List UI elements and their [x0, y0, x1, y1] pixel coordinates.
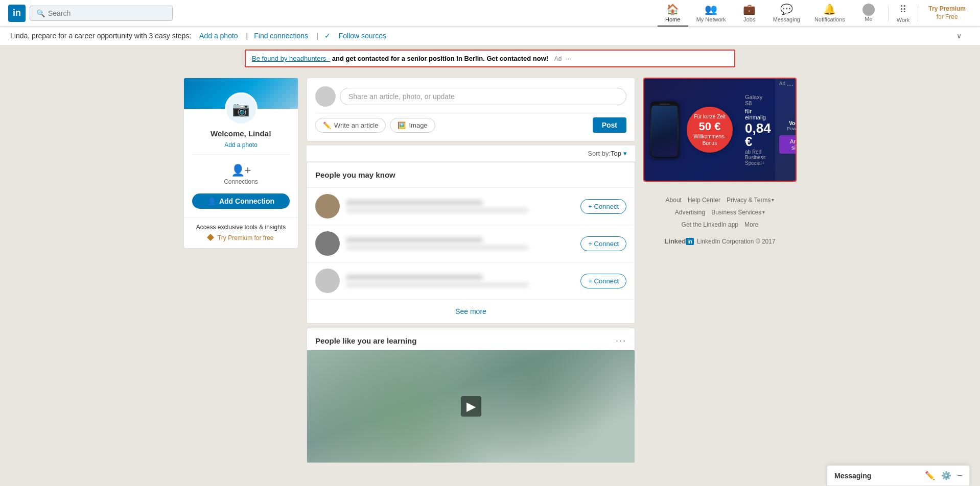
- footer-help-link[interactable]: Help Center: [688, 194, 720, 206]
- nav-item-messaging[interactable]: 💬 Messaging: [767, 0, 806, 27]
- footer-more-link[interactable]: More: [744, 218, 758, 231]
- promo-circle: Für kurze Zeit 50 € Willkommens-Bonus: [687, 107, 733, 153]
- nav-item-my-network[interactable]: 👥 My Network: [690, 0, 732, 27]
- compose-icon[interactable]: ✏️: [925, 471, 935, 480]
- footer-links: About Help Center Privacy & Terms ▾ Adve…: [643, 188, 797, 254]
- connections-icon: 👤+: [231, 164, 251, 177]
- add-connection-label: Add Connection: [219, 197, 274, 205]
- post-actions: ✏️ Write an article 🖼️ Image Post: [315, 113, 626, 133]
- footer-business-services-link[interactable]: Business Services ▾: [711, 206, 765, 218]
- business-chevron-icon: ▾: [762, 207, 765, 217]
- connections-row[interactable]: 👤+ Connections: [192, 160, 290, 189]
- nav-item-home[interactable]: 🏠 Home: [658, 0, 688, 27]
- premium-diamond-icon: [207, 234, 214, 241]
- messaging-icon: 💬: [780, 3, 793, 15]
- people-card-header: People you may know: [307, 162, 635, 187]
- add-photo-link-card[interactable]: Add a photo: [224, 141, 258, 149]
- connect-button-1[interactable]: + Connect: [580, 199, 626, 214]
- work-button[interactable]: ⠿ Work: [893, 0, 914, 27]
- sort-chevron-icon[interactable]: ▾: [623, 150, 627, 157]
- write-article-label: Write an article: [334, 121, 378, 129]
- nav-my-network-label: My Network: [696, 16, 726, 22]
- add-connection-button[interactable]: 👤 Add Connection: [192, 193, 290, 209]
- add-photo-link[interactable]: Add a photo: [199, 32, 238, 40]
- galaxy-label: Galaxy S8: [745, 94, 771, 106]
- try-premium-link[interactable]: Try Premium for free: [218, 234, 274, 241]
- post-button[interactable]: Post: [593, 117, 626, 133]
- person-info-3: [346, 275, 574, 287]
- person-row: + Connect: [307, 187, 635, 225]
- nav-divider: [888, 5, 889, 21]
- connect-label-1: Connect: [594, 203, 619, 210]
- connect-button-3[interactable]: + Connect: [580, 274, 626, 288]
- left-sidebar: 📷 Welcome, Linda! Add a photo 👤+ Connect…: [183, 78, 298, 253]
- footer-about-link[interactable]: About: [666, 194, 682, 206]
- footer-row-2: Advertising Business Services ▾: [647, 206, 792, 218]
- linkedin-logo[interactable]: in: [8, 5, 26, 22]
- person-name-2: [346, 237, 483, 242]
- profile-name: Welcome, Linda!: [192, 129, 290, 138]
- career-banner: Linda, prepare for a career opportunity …: [0, 27, 980, 45]
- person-title-1: [346, 208, 529, 212]
- vodafone-branding: ◉ Vodafone Power to you Angebot sichern: [775, 79, 797, 181]
- write-article-button[interactable]: ✏️ Write an article: [315, 118, 386, 133]
- minimize-icon[interactable]: −: [958, 471, 962, 480]
- price-sub-label: ab Red Business Special+: [745, 149, 771, 166]
- people-list: + Connect + Connect: [307, 187, 635, 299]
- ad-body-text: and get contacted for a senior position …: [332, 55, 548, 62]
- footer-app-link[interactable]: Get the LinkedIn app: [682, 218, 738, 231]
- camera-icon: 📷: [232, 101, 250, 117]
- settings-icon[interactable]: ⚙️: [941, 471, 951, 480]
- footer-advertising-link[interactable]: Advertising: [675, 206, 705, 218]
- ad-link[interactable]: Be found by headhunters -: [252, 55, 330, 62]
- ad-card-options-icon[interactable]: ···: [787, 81, 794, 90]
- person-name-3: [346, 275, 483, 280]
- image-icon: 🖼️: [398, 121, 406, 129]
- ad-options-icon[interactable]: ···: [566, 55, 571, 62]
- post-input-box[interactable]: Share an article, photo, or update: [340, 88, 626, 105]
- home-icon: 🏠: [666, 3, 679, 15]
- footer-privacy-link[interactable]: Privacy & Terms ▾: [727, 194, 774, 206]
- angebot-button[interactable]: Angebot sichern: [779, 135, 797, 154]
- learning-options-icon[interactable]: ···: [616, 335, 626, 346]
- person-avatar-2: [315, 231, 340, 256]
- messaging-bar: Messaging ✏️ ⚙️ −: [827, 465, 970, 486]
- image-button[interactable]: 🖼️ Image: [390, 118, 435, 133]
- connect-label-2: Connect: [594, 240, 619, 248]
- connections-label: Connections: [224, 178, 258, 185]
- learning-image: ▶: [307, 350, 635, 463]
- nav-center: 🏠 Home 👥 My Network 💼 Jobs 💬 Messaging 🔔…: [658, 0, 972, 27]
- plus-icon-2: +: [588, 240, 592, 248]
- image-label: Image: [409, 121, 427, 129]
- nav-item-jobs[interactable]: 💼 Jobs: [734, 0, 765, 27]
- messaging-label: Messaging: [834, 472, 925, 480]
- post-card: Share an article, photo, or update ✏️ Wr…: [307, 78, 635, 141]
- copyright-text: LinkedIn Corporation © 2017: [697, 235, 776, 248]
- ad-label: Ad: [554, 55, 562, 62]
- premium-button[interactable]: Try Premium for Free: [922, 3, 972, 23]
- promo-bonus-label: Für kurze Zeit: [694, 113, 726, 120]
- search-input[interactable]: [48, 9, 166, 17]
- nav-home-label: Home: [665, 16, 680, 22]
- check-icon: ✓: [324, 32, 331, 40]
- promo-bonus-name: Willkommens-Bonus: [694, 133, 726, 147]
- profile-avatar: 📷: [225, 92, 258, 125]
- nav-item-me[interactable]: Me: [853, 0, 884, 27]
- ad-text: Be found by headhunters - and get contac…: [252, 55, 728, 62]
- nav-divider-2: [918, 5, 918, 21]
- person-info-1: [346, 200, 574, 212]
- career-banner-text: Linda, prepare for a career opportunity …: [10, 32, 191, 40]
- chevron-down-icon[interactable]: ∨: [956, 32, 962, 40]
- search-bar[interactable]: 🔍: [30, 6, 173, 21]
- connect-button-2[interactable]: + Connect: [580, 236, 626, 251]
- vodafone-icon: ◉: [796, 106, 797, 119]
- sort-label: Sort by:: [588, 150, 611, 157]
- nav-item-notifications[interactable]: 🔔 Notifications: [808, 0, 851, 27]
- find-connections-link[interactable]: Find connections: [254, 32, 308, 40]
- footer-row-3: Get the LinkedIn app More: [647, 218, 792, 231]
- vodafone-tagline: Power to you: [787, 126, 797, 131]
- see-more-link[interactable]: See more: [455, 307, 486, 315]
- person-avatar-1: [315, 194, 340, 218]
- follow-sources-link[interactable]: Follow sources: [339, 32, 386, 40]
- sort-value[interactable]: Top: [611, 150, 621, 157]
